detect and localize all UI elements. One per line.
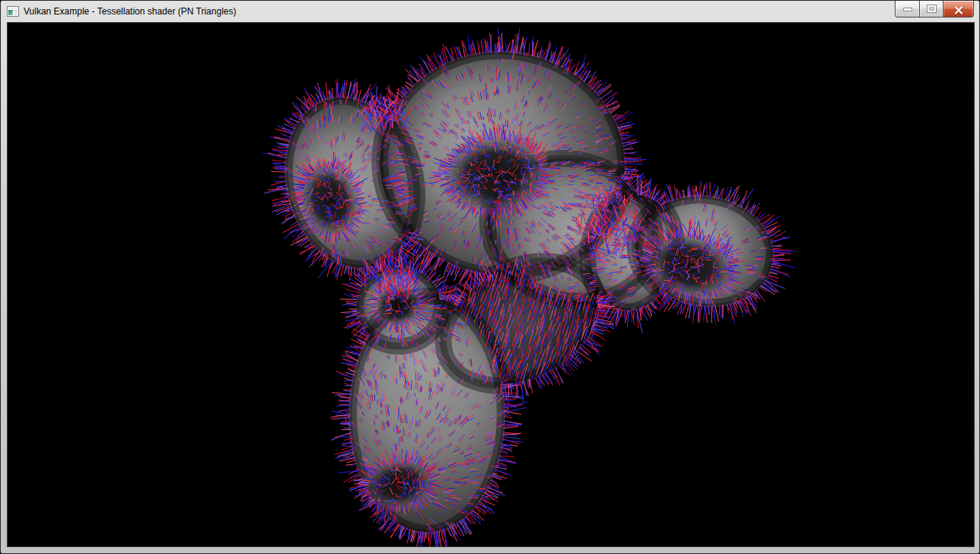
window-controls xyxy=(895,1,974,18)
application-icon xyxy=(7,5,19,18)
close-x-icon xyxy=(953,5,964,18)
window-title: Vulkan Example - Tessellation shader (PN… xyxy=(24,6,236,17)
maximize-square-icon xyxy=(927,5,937,13)
vulkan-render-canvas[interactable] xyxy=(8,23,974,546)
maximize-button[interactable] xyxy=(919,1,943,18)
render-viewport[interactable] xyxy=(7,22,975,547)
titlebar[interactable]: Vulkan Example - Tessellation shader (PN… xyxy=(1,1,979,22)
close-button[interactable] xyxy=(943,1,974,18)
app-window: Vulkan Example - Tessellation shader (PN… xyxy=(0,0,980,554)
minimize-button[interactable] xyxy=(895,1,919,18)
minimize-dash-icon xyxy=(903,8,912,11)
